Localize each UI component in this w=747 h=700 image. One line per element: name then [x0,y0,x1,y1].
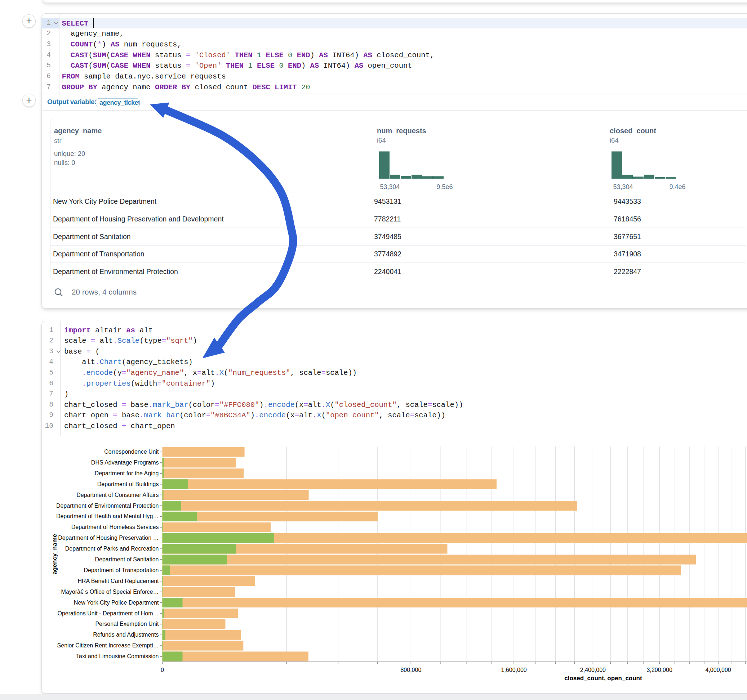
svg-text:Department of Health and Menta: Department of Health and Mental Hyg… [56,513,159,519]
svg-text:Department of Housing Preserva: Department of Housing Preservation … [58,535,159,541]
svg-text:2,400,000: 2,400,000 [580,667,606,673]
svg-text:Refunds and Adjustments: Refunds and Adjustments [93,632,159,638]
svg-text:DHS Advantage Programs: DHS Advantage Programs [91,459,159,466]
svg-text:53,304: 53,304 [613,183,633,190]
svg-text:Taxi and Limousine Commission: Taxi and Limousine Commission [76,653,159,659]
svg-text:Department of Parks and Recrea: Department of Parks and Recreation [65,546,159,552]
svg-text:Operations Unit - Department o: Operations Unit - Department of Hom… [57,610,159,617]
svg-text:9.5e6: 9.5e6 [436,183,452,190]
svg-text:9.4e6: 9.4e6 [669,183,685,190]
svg-text:Department of Environmental Pr: Department of Environmental Protection [56,503,159,509]
svg-text:agency_name: agency_name [51,534,58,574]
svg-text:Department of Sanitation: Department of Sanitation [95,556,159,563]
svg-text:Department of Consumer Affairs: Department of Consumer Affairs [76,492,159,498]
svg-text:Correspondence Unit: Correspondence Unit [104,449,159,455]
svg-text:Department of Transportation: Department of Transportation [83,567,159,573]
svg-text:800,000: 800,000 [400,667,421,673]
svg-text:0: 0 [161,667,164,673]
svg-text:1,600,000: 1,600,000 [501,667,527,673]
svg-text:closed_count, open_count: closed_count, open_count [564,675,642,682]
svg-text:Department of Homeless Service: Department of Homeless Services [71,524,159,530]
svg-text:53,304: 53,304 [380,183,400,190]
svg-text:Senior Citizen Rent Increase E: Senior Citizen Rent Increase Exempti… [57,643,159,649]
svg-text:Department of Buildings: Department of Buildings [97,481,159,487]
svg-text:3,200,000: 3,200,000 [647,667,672,673]
svg-text:Personal Exemption Unit: Personal Exemption Unit [95,621,159,627]
svg-text:New York City Police Departmen: New York City Police Department [74,599,159,606]
svg-text:4,000,000: 4,000,000 [706,667,731,673]
svg-text:Mayorâ€ s Office of Special En: Mayorâ€ s Office of Special Enforce… [61,589,159,595]
svg-text:HRA Benefit Card Replacement: HRA Benefit Card Replacement [78,578,159,584]
svg-text:Department for the Aging: Department for the Aging [95,470,159,477]
